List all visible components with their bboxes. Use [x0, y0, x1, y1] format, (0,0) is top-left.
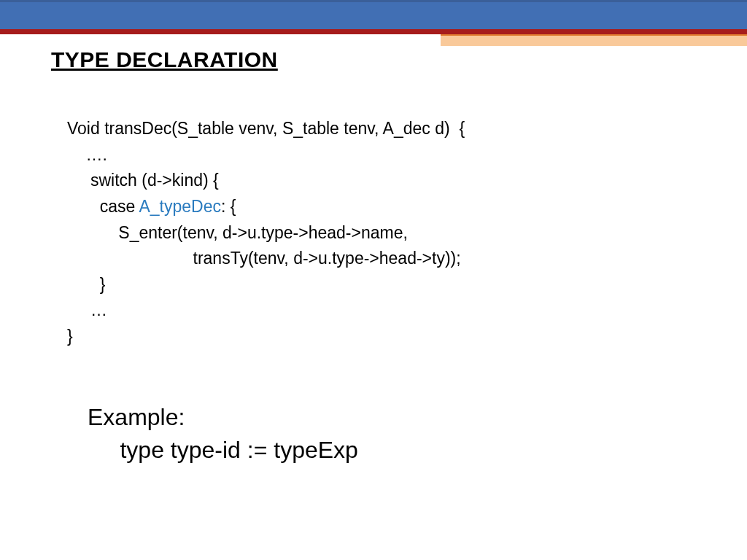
code-line: switch (d->kind) { [67, 171, 219, 190]
slide-title: TYPE DECLARATION [51, 47, 696, 72]
slide-content: TYPE DECLARATION Void transDec(S_table v… [0, 34, 747, 466]
code-line: Void transDec(S_table venv, S_table tenv… [67, 119, 465, 138]
example-line: Example: [88, 404, 185, 430]
header-orange-bar [441, 34, 747, 46]
header-red-bar [0, 29, 747, 34]
code-highlight: A_typeDec [139, 197, 221, 216]
example-block: Example: type type-id := typeExp [88, 401, 696, 467]
code-line: } [67, 275, 105, 294]
code-line: case [67, 197, 139, 216]
code-line: … [67, 300, 107, 319]
header-blue-bar [0, 0, 747, 29]
code-block: Void transDec(S_table venv, S_table tenv… [67, 116, 696, 350]
code-line: …. [67, 145, 107, 164]
code-line: : { [221, 197, 236, 216]
example-line: type type-id := typeExp [88, 437, 358, 463]
code-line: S_enter(tenv, d->u.type->head->name, [67, 223, 408, 242]
code-line: transTy(tenv, d->u.type->head->ty)); [67, 249, 461, 268]
code-line: } [67, 327, 73, 346]
